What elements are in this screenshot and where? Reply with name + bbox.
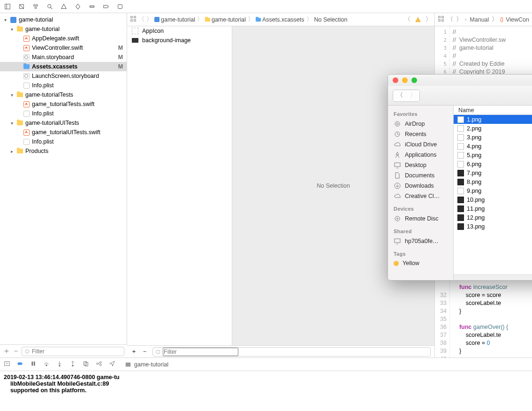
debug-target-label[interactable]: game-tutorial <box>134 361 168 368</box>
tree-folder-uitests[interactable]: ▾ game-tutorialUITests <box>0 118 127 128</box>
tree-folder-tests[interactable]: ▾ game-tutorialTests <box>0 90 127 99</box>
tree-file-info2[interactable]: Info.plist <box>0 109 127 118</box>
sidebar-shared-hp[interactable]: hp705a0fe… <box>388 236 453 246</box>
remove-asset-button[interactable]: － <box>142 348 148 356</box>
tree-file-testsfile[interactable]: game_tutorialTests.swift <box>0 99 127 109</box>
add-asset-button[interactable]: ＋ <box>131 348 137 356</box>
prev-issue-button[interactable]: 〈 <box>404 15 410 23</box>
step-over-icon[interactable] <box>43 360 50 368</box>
test-nav-icon[interactable] <box>74 3 82 10</box>
minimize-button[interactable] <box>402 77 408 83</box>
asset-appicon[interactable]: AppIcon <box>127 26 232 36</box>
next-issue-button[interactable]: 〉 <box>426 15 432 23</box>
sidebar-creativecloud[interactable]: Creative Cl… <box>388 191 453 201</box>
asset-filter-input[interactable] <box>163 348 238 356</box>
remove-file-button[interactable]: － <box>12 346 19 356</box>
file-row[interactable]: 1.png <box>454 115 532 124</box>
breakpoint-nav-icon[interactable] <box>102 3 110 10</box>
tree-file-info3[interactable]: Info.plist <box>0 137 127 146</box>
tree-folder-app[interactable]: ▾ game-tutorial <box>0 24 127 34</box>
sidebar-tag-yellow[interactable]: Yellow <box>388 259 453 268</box>
step-out-icon[interactable] <box>69 360 76 368</box>
source-nav-icon[interactable] <box>18 3 25 10</box>
chevron-down-icon[interactable]: ▾ <box>9 92 14 98</box>
horizontal-scrollbar[interactable] <box>454 274 532 280</box>
chevron-down-icon[interactable]: ▾ <box>9 27 14 32</box>
file-row[interactable]: 12.png <box>454 213 532 222</box>
tree-label: Info.plist <box>32 110 127 117</box>
crumb-folder[interactable]: game-tutorial <box>205 16 246 23</box>
tree-file-assets[interactable]: Assets.xcassets M <box>0 62 127 71</box>
file-row[interactable]: 8.png <box>454 177 532 186</box>
tree-file-uitestsfile[interactable]: game_tutorialUITests.swift <box>0 128 127 137</box>
debug-nav-icon[interactable] <box>88 3 96 10</box>
file-row[interactable]: 11.png <box>454 204 532 213</box>
file-row[interactable]: 10.png <box>454 195 532 204</box>
report-nav-icon[interactable] <box>116 3 124 10</box>
finder-forward-button[interactable]: 〉 <box>406 90 419 101</box>
sidebar-recents[interactable]: Recents <box>388 129 453 139</box>
storyboard-icon <box>23 54 30 61</box>
symbol-nav-icon[interactable] <box>32 3 39 10</box>
file-row[interactable]: 5.png <box>454 151 532 160</box>
swift-icon <box>501 17 503 22</box>
sidebar-desktop[interactable]: Desktop <box>388 160 453 170</box>
breakpoints-icon[interactable] <box>17 360 23 368</box>
tree-file-viewcontroller[interactable]: ViewController.swift M <box>0 43 127 53</box>
tree-file-mainsb[interactable]: Main.storyboard M <box>0 53 127 62</box>
find-nav-icon[interactable] <box>46 3 53 10</box>
toggle-debug-area-icon[interactable] <box>4 360 10 368</box>
sidebar-remotedisc[interactable]: Remote Disc <box>388 213 453 224</box>
file-nav-icon[interactable] <box>4 3 11 10</box>
chevron-down-icon[interactable]: ▾ <box>9 121 14 126</box>
file-row[interactable]: 6.png <box>454 160 532 168</box>
file-row[interactable]: 2.png <box>454 124 532 133</box>
memory-graph-icon[interactable] <box>96 360 102 368</box>
add-file-button[interactable]: ＋ <box>3 346 9 356</box>
step-into-icon[interactable] <box>56 360 63 368</box>
sidebar-airdrop[interactable]: AirDrop <box>388 119 453 129</box>
tree-file-launch[interactable]: LaunchScreen.storyboard <box>0 71 127 81</box>
zoom-button[interactable] <box>411 77 417 83</box>
issue-nav-icon[interactable] <box>60 3 68 10</box>
crumb-manual[interactable]: Manual <box>470 16 489 23</box>
related-items-icon[interactable] <box>130 15 137 23</box>
file-row[interactable]: 4.png <box>454 142 532 151</box>
sidebar-applications[interactable]: Applications <box>388 150 453 160</box>
related-items-icon[interactable] <box>438 15 444 23</box>
forward-button[interactable]: 〉 <box>456 15 462 23</box>
navigator-filter-input[interactable] <box>32 348 122 355</box>
crumb-assets[interactable]: Assets.xcassets <box>256 16 304 23</box>
svg-rect-16 <box>131 20 133 22</box>
asset-bgimage[interactable]: background-image <box>127 36 232 45</box>
pause-icon[interactable] <box>30 360 37 368</box>
back-button[interactable]: 〈 <box>447 15 453 23</box>
finder-back-button[interactable]: 〈 <box>393 90 406 101</box>
finder-titlebar[interactable] <box>388 75 532 86</box>
sidebar-downloads[interactable]: Downloads <box>388 181 453 191</box>
tree-file-appdelegate[interactable]: AppDelegate.swift <box>0 34 127 43</box>
crumb-file[interactable]: ViewCon <box>506 16 529 23</box>
tree-root[interactable]: ▾ game-tutorial <box>0 15 127 24</box>
location-icon[interactable] <box>109 360 115 368</box>
sidebar-icloud[interactable]: iCloud Drive <box>388 139 453 150</box>
finder-column-header[interactable]: Name <box>454 106 532 115</box>
finder-window[interactable]: 〈 〉 ⌄ Favorites AirDrop Recents iCloud D… <box>388 74 532 281</box>
file-row[interactable]: 9.png <box>454 186 532 195</box>
file-row[interactable]: 7.png <box>454 168 532 177</box>
back-button[interactable]: 〈 <box>138 15 144 23</box>
close-button[interactable] <box>393 77 398 83</box>
warning-icon[interactable] <box>414 16 422 23</box>
chevron-right-icon[interactable]: ▸ <box>9 149 14 154</box>
sidebar-documents[interactable]: Documents <box>388 170 453 181</box>
debug-console[interactable]: 2019-02-13 13:46:14.490746-0800 game-tu … <box>0 371 532 411</box>
forward-button[interactable]: 〉 <box>146 15 152 23</box>
view-debug-icon[interactable] <box>83 360 89 368</box>
chevron-down-icon[interactable]: ▾ <box>3 17 8 23</box>
crumb-project[interactable]: game-tutorial <box>154 16 195 23</box>
tree-file-info1[interactable]: Info.plist <box>0 81 127 90</box>
file-row[interactable]: 13.png <box>454 222 532 231</box>
tree-folder-products[interactable]: ▸ Products <box>0 146 127 156</box>
file-row[interactable]: 3.png <box>454 133 532 142</box>
crumb-selection[interactable]: No Selection <box>314 16 348 23</box>
